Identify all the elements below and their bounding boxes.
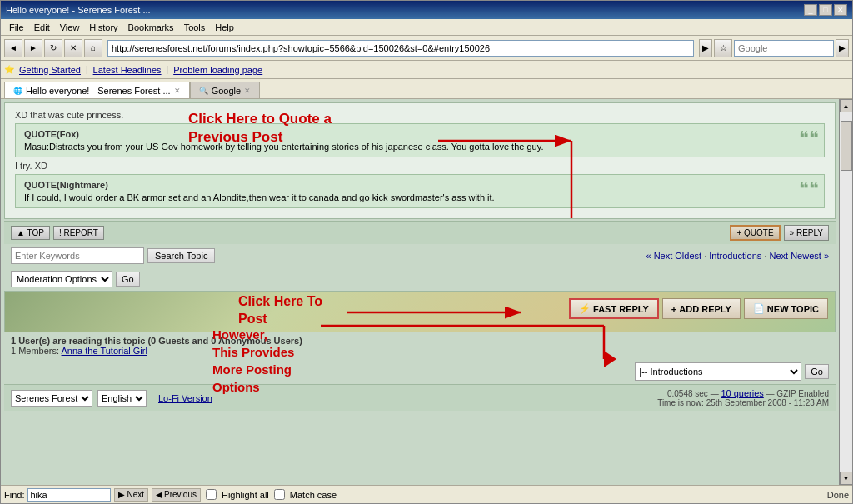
fast-reply-label: FAST REPLY [593, 304, 649, 314]
decorative-area: ⚡ FAST REPLY + ADD REPLY 📄 NEW TOPIC [4, 291, 836, 332]
separator1: | [86, 65, 88, 74]
add-reply-button[interactable]: + ADD REPLY [662, 298, 741, 319]
search-topic-button[interactable]: Search Topic [147, 248, 215, 263]
language-select[interactable]: English [97, 390, 147, 407]
find-bar: Find: ▶ Next ◀ Previous Highlight all Ma… [4, 488, 337, 502]
menu-edit[interactable]: Edit [29, 21, 55, 34]
nav-links: « Next Oldest · Introductions · Next New… [646, 251, 829, 261]
menu-tools[interactable]: Tools [179, 21, 211, 34]
address-bar[interactable] [107, 40, 694, 57]
find-next-label: Next [127, 490, 144, 499]
quote2-author: QUOTE(Nightmare) [24, 180, 816, 190]
home-button[interactable]: ⌂ [84, 39, 102, 57]
site-select[interactable]: Serenes Forest [11, 390, 92, 407]
forward-button[interactable]: ► [24, 39, 42, 57]
member-name[interactable]: Anna the Tutorial Girl [62, 346, 147, 356]
window-title: Hello everyone! - Serenes Forest ... [6, 5, 151, 15]
tab-google[interactable]: 🔍 Google ✕ [190, 82, 260, 98]
nav-go-button[interactable]: ▶ [699, 39, 712, 57]
match-case-checkbox[interactable] [274, 489, 285, 500]
lite-version-link[interactable]: Lo-Fi Version [158, 393, 212, 403]
tab-close-icon[interactable]: ✕ [174, 87, 181, 95]
fast-reply-button[interactable]: ⚡ FAST REPLY [569, 298, 659, 319]
footer-sep: — [711, 389, 721, 398]
scroll-up-button[interactable]: ▲ [840, 99, 853, 112]
window-controls[interactable]: _ □ ✕ [804, 4, 847, 16]
find-prev-button[interactable]: ◀ Previous [152, 488, 201, 502]
close-btn[interactable]: ✕ [834, 4, 847, 16]
status-bar: Find: ▶ Next ◀ Previous Highlight all Ma… [1, 485, 852, 503]
browser-search-go[interactable]: ▶ [836, 39, 849, 57]
separator2: | [167, 65, 169, 74]
quote1-text: Masu:Distracts you from your US Gov home… [24, 142, 816, 152]
footer-date: Time is now: 25th September 2008 - 11:23… [657, 398, 829, 407]
post-container: XD that was cute princess. QUOTE(Fox) Ma… [4, 102, 836, 219]
status-text: Done [827, 490, 849, 500]
find-next-icon: ▶ [118, 490, 125, 499]
tab-google-close-icon[interactable]: ✕ [244, 87, 251, 95]
jump-select[interactable]: |-- Introductions [635, 362, 801, 381]
quote-block-2: QUOTE(Nightmare) If I could, I would ord… [15, 174, 825, 208]
highlight-all-checkbox[interactable] [206, 489, 217, 500]
footer-sep2: — [766, 389, 777, 398]
new-topic-button[interactable]: 📄 NEW TOPIC [744, 298, 828, 319]
find-next-button[interactable]: ▶ Next [114, 488, 148, 502]
jump-go-button[interactable]: Go [805, 364, 829, 379]
menu-file[interactable]: File [4, 21, 29, 34]
footer-time-queries: 0.0548 sec — 10 queries — GZIP Enabled [657, 388, 829, 398]
main-area: XD that was cute princess. QUOTE(Fox) Ma… [1, 99, 839, 485]
nav-introductions[interactable]: Introductions [709, 251, 761, 261]
quote-block-1: QUOTE(Fox) Masu:Distracts you from your … [15, 123, 825, 157]
highlight-all-label: Highlight all [222, 490, 269, 500]
users-reading: 1 User(s) are reading this topic (0 Gues… [4, 332, 836, 359]
back-button[interactable]: ◄ [4, 39, 22, 57]
scroll-thumb[interactable] [841, 121, 852, 171]
quote-button[interactable]: + QUOTE [730, 225, 780, 241]
menu-bar: File Edit View History Bookmarks Tools H… [1, 19, 852, 36]
members-row: 1 Members: Anna the Tutorial Girl [11, 346, 829, 356]
menu-help[interactable]: Help [210, 21, 239, 34]
footer-bar: Serenes Forest English Lo-Fi Version 0.0… [4, 384, 836, 411]
reload-button[interactable]: ↻ [44, 39, 62, 57]
maximize-btn[interactable]: □ [819, 4, 832, 16]
search-row: Search Topic « Next Oldest · Introductio… [4, 244, 836, 267]
post-pretext: XD that was cute princess. [15, 110, 825, 120]
tab-google-label: Google [212, 86, 241, 96]
bookmark-star[interactable]: ☆ [714, 39, 732, 57]
find-input[interactable] [27, 488, 111, 502]
new-topic-label: NEW TOPIC [767, 304, 819, 314]
moderation-row: Moderation Options Go [4, 267, 836, 291]
top-button[interactable]: ▲ TOP [11, 226, 50, 240]
links-bar: ⭐ Getting Started | Latest Headlines | P… [1, 61, 852, 79]
scroll-down-button[interactable]: ▼ [840, 472, 853, 485]
search-input[interactable] [11, 247, 144, 264]
forum-content: XD that was cute princess. QUOTE(Fox) Ma… [1, 99, 839, 485]
reply-button[interactable]: » REPLY [784, 225, 829, 241]
minimize-btn[interactable]: _ [804, 4, 817, 16]
menu-bookmarks[interactable]: Bookmarks [123, 21, 179, 34]
users-reading-text: 1 User(s) are reading this topic (0 Gues… [11, 336, 829, 346]
nav-next-newest[interactable]: Next Newest » [769, 251, 829, 261]
menu-history[interactable]: History [84, 21, 122, 34]
moderation-select[interactable]: Moderation Options [11, 271, 112, 287]
scroll-track[interactable] [840, 112, 852, 472]
stop-button[interactable]: ✕ [64, 39, 82, 57]
problem-loading-link[interactable]: Problem loading page [173, 65, 262, 75]
scrollbar[interactable]: ▲ ▼ [839, 99, 852, 485]
match-case-label: Match case [290, 490, 337, 500]
getting-started-link[interactable]: Getting Started [19, 65, 81, 75]
latest-headlines-link[interactable]: Latest Headlines [93, 65, 162, 75]
menu-view[interactable]: View [55, 21, 85, 34]
footer-stats: 0.0548 sec — 10 queries — GZIP Enabled T… [657, 388, 829, 407]
nav-next-oldest[interactable]: « Next Oldest [646, 251, 701, 261]
tab-forum[interactable]: 🌐 Hello everyone! - Serenes Forest ... ✕ [4, 82, 190, 98]
moderation-go-button[interactable]: Go [116, 272, 140, 287]
footer-queries[interactable]: 10 queries [721, 388, 763, 398]
page-content: XD that was cute princess. QUOTE(Fox) Ma… [1, 99, 852, 485]
report-button[interactable]: ! REPORT [53, 226, 104, 240]
browser-search-input[interactable] [734, 40, 834, 57]
new-topic-icon: 📄 [753, 303, 765, 314]
find-prev-label: Previous [164, 490, 197, 499]
tab-bar: 🌐 Hello everyone! - Serenes Forest ... ✕… [1, 79, 852, 99]
add-reply-icon: + [671, 304, 676, 314]
